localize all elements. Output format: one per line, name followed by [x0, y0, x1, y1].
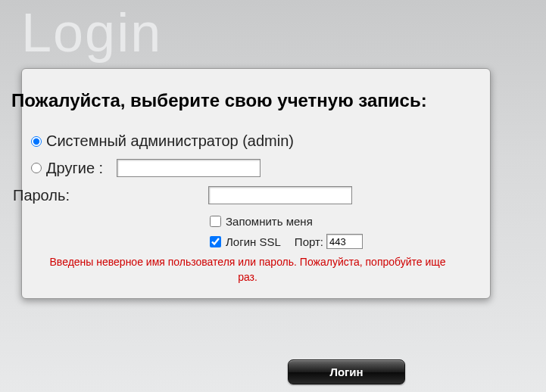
- page-title: Login: [21, 2, 162, 64]
- login-button[interactable]: Логин: [288, 359, 405, 384]
- ssl-row: Логин SSL Порт:: [210, 234, 473, 249]
- remember-row: Запомнить меня: [210, 215, 473, 228]
- error-message: Введены неверное имя пользователя или па…: [45, 255, 451, 285]
- account-admin-radio[interactable]: [31, 136, 42, 147]
- remember-checkbox[interactable]: [210, 216, 221, 227]
- remember-label: Запомнить меня: [226, 215, 313, 228]
- account-other-row: Другие :: [31, 159, 473, 177]
- password-row: Пароль:: [13, 186, 473, 204]
- account-admin-row: Системный администратор (admin): [31, 132, 473, 150]
- account-admin-label: Системный администратор (admin): [46, 132, 294, 150]
- panel-heading: Пожалуйста, выберите свою учетную запись…: [11, 90, 473, 111]
- password-input[interactable]: [208, 186, 352, 204]
- account-other-radio[interactable]: [31, 163, 42, 173]
- port-input[interactable]: [326, 234, 363, 249]
- ssl-checkbox[interactable]: [210, 236, 221, 247]
- login-panel: Пожалуйста, выберите свою учетную запись…: [21, 68, 491, 299]
- ssl-label: Логин SSL: [226, 235, 281, 248]
- account-other-input[interactable]: [117, 159, 261, 177]
- password-label: Пароль:: [13, 187, 208, 204]
- account-other-label: Другие :: [46, 160, 103, 177]
- port-label: Порт:: [295, 235, 323, 248]
